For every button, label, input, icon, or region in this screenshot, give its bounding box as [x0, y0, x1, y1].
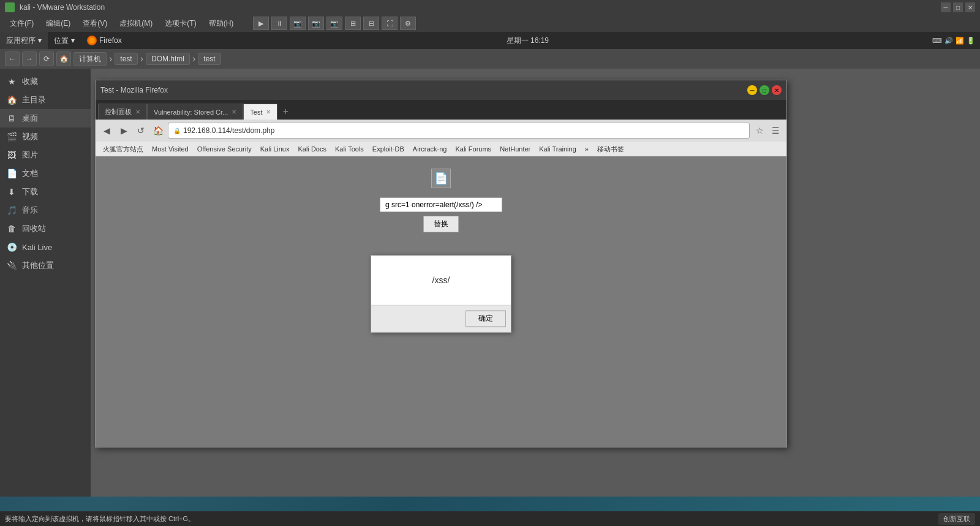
taskbar-firefox[interactable]: Firefox: [81, 32, 128, 49]
menu-view[interactable]: 查看(V): [78, 17, 112, 30]
vm-minimize-btn[interactable]: ─: [941, 2, 951, 12]
tab-close-0[interactable]: ✕: [135, 109, 140, 115]
sidebar-item-home[interactable]: 🏠 主目录: [0, 91, 91, 109]
nav-forward-button[interactable]: ▶: [116, 123, 131, 138]
breadcrumb-sep2: ›: [140, 53, 143, 64]
firefox-maximize-btn[interactable]: □: [760, 85, 769, 95]
firefox-taskbar-icon: [87, 36, 97, 45]
vm-close-btn[interactable]: ✕: [965, 2, 975, 12]
status-bar: 要将输入定向到该虚拟机，请将鼠标指针移入其中或按 Ctrl+G。 创新互联: [0, 511, 980, 526]
bookmark-2[interactable]: Offensive Security: [194, 144, 255, 154]
vm-toolbar-settings[interactable]: ⚙: [400, 17, 416, 30]
bookmark-3[interactable]: Kali Linux: [257, 144, 293, 154]
taskbar-clock: 星期一 16:19: [128, 36, 927, 46]
nav-back-button[interactable]: ◀: [99, 123, 114, 138]
bookmark-4[interactable]: Kali Docs: [294, 144, 330, 154]
systray-icon4[interactable]: 🔋: [967, 37, 975, 45]
breadcrumb-computer[interactable]: 计算机: [74, 52, 107, 66]
firefox-close-btn[interactable]: ✕: [772, 85, 782, 95]
tab-label-0: 控制面板: [105, 107, 132, 116]
bookmark-10[interactable]: Kali Training: [535, 144, 580, 154]
nav-bookmarks-btn[interactable]: ☆: [752, 123, 767, 138]
vm-titlebar: kali - VMware Workstation ─ □ ✕: [0, 0, 980, 15]
nav-home-btn[interactable]: 🏠: [56, 51, 71, 66]
menu-tab[interactable]: 选项卡(T): [160, 17, 201, 30]
sidebar-item-trash[interactable]: 🗑 回收站: [0, 219, 91, 238]
sidebar-item-kali-live[interactable]: 💿 Kali Live: [0, 238, 91, 256]
taskbar-place-menu[interactable]: 位置 ▾: [48, 32, 81, 49]
breadcrumb-item1[interactable]: test: [115, 53, 137, 65]
xss-input-field[interactable]: [380, 197, 502, 212]
bookmark-9[interactable]: NetHunter: [496, 144, 534, 154]
vm-toolbar-pause[interactable]: ⏸: [271, 17, 287, 30]
sidebar-item-music[interactable]: 🎵 音乐: [0, 201, 91, 219]
firefox-new-tab-btn[interactable]: +: [277, 104, 293, 120]
breadcrumb-sep1: ›: [109, 53, 112, 64]
tab-close-2[interactable]: ✕: [266, 109, 271, 115]
vm-toolbar-snapshot3[interactable]: 📷: [326, 17, 342, 30]
vm-toolbar-restore[interactable]: ⊟: [363, 17, 379, 30]
home-icon: 🏠: [6, 94, 17, 105]
vm-toolbar-play[interactable]: ▶: [253, 17, 269, 30]
nav-menu-btn[interactable]: ☰: [768, 123, 783, 138]
nav-forward-btn[interactable]: →: [22, 51, 37, 66]
breadcrumb-item3[interactable]: test: [198, 53, 221, 65]
brand-label: 创新互联: [943, 514, 970, 524]
vm-toolbar-snapshot1[interactable]: 📷: [290, 17, 306, 30]
menu-edit[interactable]: 编辑(E): [41, 17, 75, 30]
vm-menubar: 文件(F) 编辑(E) 查看(V) 虚拟机(M) 选项卡(T) 帮助(H) ▶ …: [0, 15, 980, 32]
sidebar-item-pictures[interactable]: 🖼 图片: [0, 146, 91, 164]
vm-toolbar-snapshot2[interactable]: 📷: [308, 17, 324, 30]
breadcrumb-item2[interactable]: DOM.html: [146, 53, 190, 65]
vm-toolbar-fullscreen[interactable]: ⛶: [382, 17, 398, 30]
sidebar-label-pictures: 图片: [22, 150, 38, 161]
bookmark-6[interactable]: Exploit-DB: [369, 144, 408, 154]
firefox-tab-2[interactable]: Test ✕: [243, 104, 277, 120]
firefox-tab-1[interactable]: Vulnerability: Stored Cr... ✕: [147, 104, 243, 120]
url-bar[interactable]: 🔒 192.168.0.114/test/dom.php: [168, 123, 750, 139]
firefox-taskbar-label: Firefox: [99, 36, 122, 45]
other-icon: 🔌: [6, 260, 17, 271]
sidebar-item-documents[interactable]: 📄 文档: [0, 164, 91, 183]
alert-ok-button[interactable]: 确定: [466, 310, 506, 327]
breadcrumb-bar: ← → ⟳ 🏠 计算机 › test › DOM.html › test: [0, 49, 980, 69]
bookmark-1[interactable]: Most Visited: [148, 144, 192, 154]
firefox-window-title: Test - Mozilla Firefox: [100, 86, 168, 94]
systray-icon2[interactable]: 🔊: [944, 37, 953, 45]
menu-help[interactable]: 帮助(H): [204, 17, 239, 30]
bookmark-0[interactable]: 火狐官方站点: [99, 143, 147, 155]
systray-icon1[interactable]: ⌨: [932, 37, 942, 45]
firefox-window-controls: ─ □ ✕: [747, 85, 782, 95]
systray-icon3[interactable]: 📶: [956, 37, 964, 45]
bookmark-8[interactable]: Kali Forums: [451, 144, 495, 154]
firefox-tab-0[interactable]: 控制面板 ✕: [98, 104, 147, 120]
bookmark-more[interactable]: »: [581, 144, 592, 154]
sidebar-item-videos[interactable]: 🎬 视频: [0, 128, 91, 146]
firefox-minimize-btn[interactable]: ─: [747, 85, 757, 95]
bookmark-7[interactable]: Aircrack-ng: [409, 144, 451, 154]
sidebar-item-downloads[interactable]: ⬇ 下载: [0, 183, 91, 201]
vm-maximize-btn[interactable]: □: [953, 2, 963, 12]
vm-toolbar-split[interactable]: ⊞: [345, 17, 361, 30]
sidebar-item-favorites[interactable]: ★ 收藏: [0, 72, 91, 91]
menu-vm[interactable]: 虚拟机(M): [115, 17, 157, 30]
app-menu-chevron: ▾: [38, 36, 42, 45]
kali-taskbar: 应用程序 ▾ 位置 ▾ Firefox 星期一 16:19 ⌨ 🔊 📶 🔋: [0, 32, 980, 49]
sidebar-item-other[interactable]: 🔌 其他位置: [0, 256, 91, 275]
nav-reload-btn[interactable]: ⟳: [39, 51, 54, 66]
taskbar-app-menu[interactable]: 应用程序 ▾: [0, 32, 48, 49]
nav-back-btn[interactable]: ←: [5, 51, 20, 66]
favorites-icon: ★: [6, 76, 17, 87]
tab-close-1[interactable]: ✕: [232, 109, 236, 115]
replace-button[interactable]: 替换: [423, 216, 459, 232]
desktop-icon: 🖥: [6, 113, 17, 124]
app-menu-label: 应用程序: [6, 36, 36, 46]
bookmark-5[interactable]: Kali Tools: [331, 144, 368, 154]
bookmark-mobile[interactable]: 移动书签: [594, 143, 628, 155]
nav-reload-button[interactable]: ↺: [134, 123, 148, 138]
breadcrumb-sep3: ›: [192, 53, 195, 64]
nav-home-button[interactable]: 🏠: [151, 123, 165, 138]
sidebar-item-desktop[interactable]: 🖥 桌面: [0, 109, 91, 128]
status-brand: 创新互联: [938, 513, 975, 525]
menu-file[interactable]: 文件(F): [5, 17, 39, 30]
